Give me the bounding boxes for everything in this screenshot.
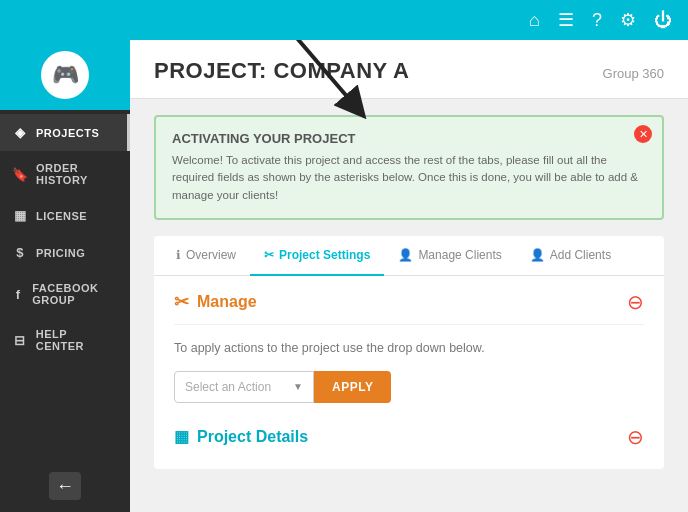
action-select[interactable]: Select an Action ▼ [174, 371, 314, 403]
project-details-label: Project Details [197, 428, 308, 446]
top-bar: ⌂ ☰ ? ⚙ ⏻ [0, 0, 688, 40]
tab-overview[interactable]: ℹ Overview [162, 236, 250, 276]
tab-manage-clients-label: Manage Clients [418, 248, 501, 262]
sidebar-item-license[interactable]: ▦ LICENSE [0, 197, 130, 234]
project-details-title: ▦ Project Details [174, 427, 308, 446]
sidebar-nav: ◈ PROJECTS 🔖 ORDER HISTORY ▦ LICENSE $ P… [0, 110, 130, 460]
settings-card: ✂ Manage ⊖ To apply actions to the proje… [154, 276, 664, 469]
project-details-collapse-button[interactable]: ⊖ [627, 425, 644, 449]
alert-body: Welcome! To activate this project and ac… [172, 152, 646, 204]
list-icon[interactable]: ☰ [558, 9, 574, 31]
order-history-icon: 🔖 [12, 167, 28, 182]
sidebar-label-pricing: PRICING [36, 247, 85, 259]
content-area: PROJECT: COMPANY A Group 360 ✕ ACTIVATIN… [130, 40, 688, 512]
manage-title-label: Manage [197, 293, 257, 311]
logo-circle: 🎮 [41, 51, 89, 99]
page-header: PROJECT: COMPANY A Group 360 [130, 40, 688, 99]
sidebar-label-facebook-group: FACEBOOK GROUP [32, 282, 118, 306]
help-center-icon: ⊟ [12, 333, 28, 348]
tab-manage-clients[interactable]: 👤 Manage Clients [384, 236, 515, 276]
manage-section-body: To apply actions to the project use the … [174, 325, 644, 411]
settings-icon[interactable]: ⚙ [620, 9, 636, 31]
alert-banner: ✕ ACTIVATING YOUR PROJECT Welcome! To ac… [154, 115, 664, 220]
help-icon[interactable]: ? [592, 10, 602, 31]
action-select-placeholder: Select an Action [185, 380, 271, 394]
alert-title: ACTIVATING YOUR PROJECT [172, 131, 646, 146]
sidebar-item-help-center[interactable]: ⊟ HELP CENTER [0, 317, 130, 363]
power-icon[interactable]: ⏻ [654, 10, 672, 31]
project-details-icon: ▦ [174, 427, 189, 446]
manage-clients-icon: 👤 [398, 248, 413, 262]
sidebar-item-pricing[interactable]: $ PRICING [0, 234, 130, 271]
pricing-icon: $ [12, 245, 28, 260]
tab-add-clients-label: Add Clients [550, 248, 611, 262]
sidebar-item-order-history[interactable]: 🔖 ORDER HISTORY [0, 151, 130, 197]
sidebar-item-projects[interactable]: ◈ PROJECTS [0, 114, 130, 151]
home-icon[interactable]: ⌂ [529, 10, 540, 31]
main-layout: 🎮 ◈ PROJECTS 🔖 ORDER HISTORY ▦ LICENSE $… [0, 40, 688, 512]
manage-collapse-button[interactable]: ⊖ [627, 290, 644, 314]
license-icon: ▦ [12, 208, 28, 223]
logo-icon: 🎮 [52, 62, 79, 88]
sidebar-label-projects: PROJECTS [36, 127, 99, 139]
apply-button[interactable]: APPLY [314, 371, 391, 403]
add-clients-icon: 👤 [530, 248, 545, 262]
manage-section-desc: To apply actions to the project use the … [174, 341, 644, 355]
sidebar-item-facebook-group[interactable]: f FACEBOOK GROUP [0, 271, 130, 317]
action-row: Select an Action ▼ APPLY [174, 371, 644, 403]
facebook-icon: f [12, 287, 24, 302]
tab-add-clients[interactable]: 👤 Add Clients [516, 236, 625, 276]
sidebar-bottom: ← [0, 460, 130, 512]
page-group: Group 360 [603, 66, 664, 81]
manage-scissors-icon: ✂ [174, 291, 189, 313]
manage-section-header: ✂ Manage ⊖ [174, 276, 644, 325]
projects-icon: ◈ [12, 125, 28, 140]
alert-close-button[interactable]: ✕ [634, 125, 652, 143]
overview-icon: ℹ [176, 248, 181, 262]
tabs-row: ℹ Overview ✂ Project Settings 👤 Manage C… [154, 236, 664, 276]
select-arrow-icon: ▼ [293, 381, 303, 392]
sidebar-label-help-center: HELP CENTER [36, 328, 118, 352]
tab-project-settings[interactable]: ✂ Project Settings [250, 236, 384, 276]
project-details-section-header: ▦ Project Details ⊖ [174, 411, 644, 449]
page-title: PROJECT: COMPANY A [154, 58, 410, 84]
sidebar-logo: 🎮 [0, 40, 130, 110]
sidebar-label-license: LICENSE [36, 210, 87, 222]
sidebar: 🎮 ◈ PROJECTS 🔖 ORDER HISTORY ▦ LICENSE $… [0, 40, 130, 512]
sidebar-label-order-history: ORDER HISTORY [36, 162, 118, 186]
tab-overview-label: Overview [186, 248, 236, 262]
manage-section-title: ✂ Manage [174, 291, 257, 313]
project-settings-icon: ✂ [264, 248, 274, 262]
tab-project-settings-label: Project Settings [279, 248, 370, 262]
back-button[interactable]: ← [49, 472, 81, 500]
